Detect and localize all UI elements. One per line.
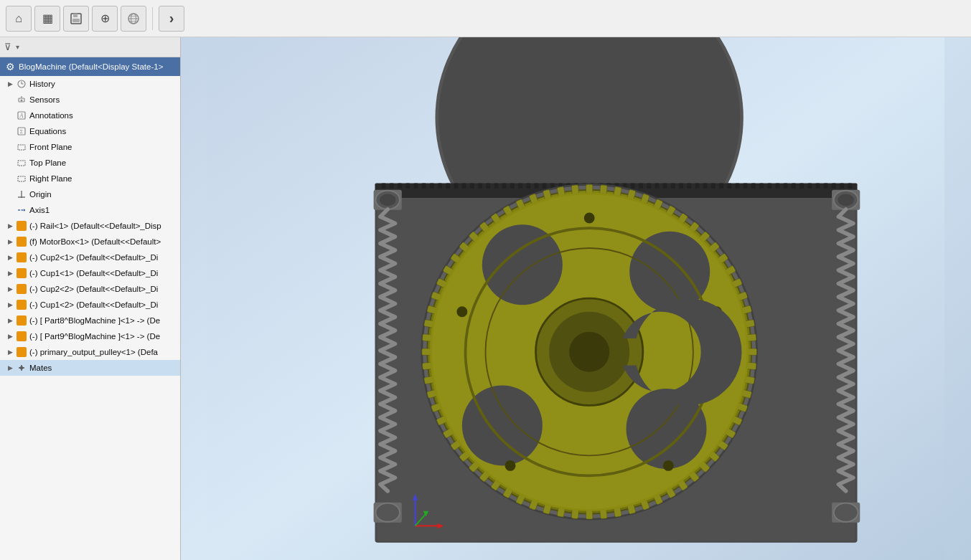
svg-rect-70 — [671, 183, 675, 188]
tree-label-top-plane: Top Plane — [29, 158, 180, 167]
svg-rect-72 — [687, 183, 691, 188]
tree-item-cup1-2[interactable]: ▶ (-) Cup1<2> (Default<<Default>_Di — [0, 297, 180, 313]
svg-rect-37 — [405, 183, 410, 188]
tree-item-cup2-1[interactable]: ▶ (-) Cup2<1> (Default<<Default>_Di — [0, 250, 180, 265]
filter-dropdown[interactable]: ▾ — [16, 43, 19, 51]
tree-label-pulley1: (-) primary_output_pulley<1> (Defa — [29, 348, 180, 356]
tree-item-front-plane[interactable]: Front Plane — [0, 139, 180, 155]
svg-rect-67 — [647, 183, 651, 188]
tree-item-top-plane[interactable]: Top Plane — [0, 155, 180, 171]
svg-rect-65 — [631, 183, 635, 188]
svg-rect-71 — [679, 183, 683, 188]
svg-rect-2 — [72, 19, 80, 22]
home-button[interactable]: ⌂ — [6, 6, 32, 32]
tree-item-equations[interactable]: Σ Equations — [0, 123, 180, 139]
tree-label-sensors: Sensors — [29, 95, 180, 104]
svg-rect-80 — [751, 183, 756, 188]
tree-label-origin: Origin — [29, 190, 180, 199]
origin-icon — [16, 189, 27, 200]
svg-rect-48 — [494, 183, 499, 188]
tree-item-axis1[interactable]: Axis1 — [0, 202, 180, 218]
svg-rect-81 — [759, 183, 764, 188]
3d-viewport[interactable] — [181, 37, 971, 560]
filter-icon[interactable]: ⊽ — [4, 42, 11, 52]
svg-rect-74 — [703, 183, 708, 188]
svg-point-100 — [838, 194, 853, 206]
tree-arrow: ▶ — [6, 238, 14, 245]
right-plane-icon — [16, 173, 27, 184]
svg-rect-75 — [711, 183, 716, 188]
tree-label-axis1: Axis1 — [29, 206, 180, 214]
more-button[interactable]: › — [159, 6, 184, 32]
svg-rect-86 — [799, 183, 804, 188]
svg-rect-45 — [470, 183, 474, 188]
tree-title: ⚙ BlogMachine (Default<Display State-1> — [0, 57, 180, 76]
svg-text:Σ: Σ — [20, 129, 24, 134]
svg-marker-24 — [24, 209, 25, 212]
svg-text:A: A — [19, 113, 24, 119]
svg-point-102 — [834, 503, 858, 522]
svg-rect-18 — [18, 145, 25, 150]
main-toolbar: ⌂ ▦ ⊕ › — [0, 0, 971, 37]
svg-rect-40 — [430, 183, 434, 188]
svg-point-179 — [482, 224, 563, 305]
tree-label-cup1-2: (-) Cup1<2> (Default<<Default>_Di — [29, 300, 180, 309]
svg-rect-44 — [462, 183, 466, 188]
cup1-1-icon — [16, 267, 27, 279]
filter-bar: ⊽ ▾ — [0, 37, 180, 57]
tree-item-right-plane[interactable]: Right Plane — [0, 171, 180, 186]
tree-item-cup1-1[interactable]: ▶ (-) Cup1<1> (Default<<Default>_Di — [0, 265, 180, 281]
cup2-2-icon — [16, 283, 27, 295]
svg-rect-53 — [535, 183, 539, 188]
svg-rect-54 — [543, 183, 547, 188]
svg-rect-42 — [446, 183, 450, 188]
tree-item-pulley1[interactable]: ▶ (-) primary_output_pulley<1> (Defa — [0, 344, 180, 360]
svg-rect-89 — [824, 183, 828, 188]
tree-item-annotations[interactable]: A Annotations — [0, 108, 180, 123]
left-panel: ⊽ ▾ ⚙ BlogMachine (Default<Display State… — [0, 37, 181, 560]
svg-rect-84 — [784, 183, 788, 188]
tree-arrow: ▶ — [6, 301, 14, 308]
tree-item-origin[interactable]: Origin — [0, 186, 180, 202]
tree-item-rail1[interactable]: ▶ (-) Rail<1> (Default<<Default>_Disp — [0, 218, 180, 234]
grid-button[interactable]: ▦ — [34, 6, 60, 32]
feature-tree[interactable]: ▶ History Sensors A Annotati — [0, 76, 180, 560]
svg-rect-36 — [398, 183, 402, 188]
svg-rect-41 — [438, 183, 442, 188]
tree-arrow: ▶ — [6, 364, 14, 371]
svg-point-190 — [663, 460, 674, 471]
svg-rect-38 — [414, 183, 418, 188]
tree-item-cup2-2[interactable]: ▶ (-) Cup2<2> (Default<<Default>_Di — [0, 281, 180, 297]
tree-item-mates[interactable]: ▶ Mates — [0, 360, 180, 376]
svg-rect-39 — [422, 183, 426, 188]
tree-label-mates: Mates — [29, 364, 180, 372]
svg-rect-78 — [736, 183, 740, 188]
svg-rect-66 — [639, 183, 643, 188]
pulley1-icon — [16, 346, 27, 358]
svg-rect-73 — [695, 183, 700, 188]
tree-item-motorbox1[interactable]: ▶ (f) MotorBox<1> (Default<<Default> — [0, 234, 180, 250]
tree-label-equations: Equations — [29, 127, 180, 136]
tree-arrow: ▶ — [6, 285, 14, 293]
svg-rect-1 — [73, 14, 78, 17]
tree-label-cup2-1: (-) Cup2<1> (Default<<Default>_Di — [29, 253, 180, 262]
tree-arrow: ▶ — [6, 80, 14, 87]
save-button[interactable] — [63, 6, 89, 32]
svg-rect-50 — [510, 183, 515, 188]
top-plane-icon — [16, 157, 27, 169]
tree-arrow: ▶ — [6, 317, 14, 324]
globe-button[interactable] — [121, 6, 146, 32]
tree-item-part8[interactable]: ▶ (-) [ Part8^BlogMachine ]<1> -> (De — [0, 313, 180, 328]
tree-item-part9[interactable]: ▶ (-) [ Part9^BlogMachine ]<1> -> (De — [0, 328, 180, 344]
part9-icon — [16, 331, 27, 342]
tree-item-history[interactable]: ▶ History — [0, 76, 180, 92]
crosshair-button[interactable]: ⊕ — [92, 6, 118, 32]
svg-rect-20 — [18, 176, 25, 181]
svg-rect-88 — [816, 183, 820, 188]
cup2-1-icon — [16, 252, 27, 263]
equations-icon: Σ — [16, 125, 27, 137]
tree-label-motorbox1: (f) MotorBox<1> (Default<<Default> — [29, 237, 180, 246]
svg-rect-34 — [382, 183, 386, 188]
tree-item-sensors[interactable]: Sensors — [0, 92, 180, 108]
svg-rect-49 — [502, 183, 507, 188]
